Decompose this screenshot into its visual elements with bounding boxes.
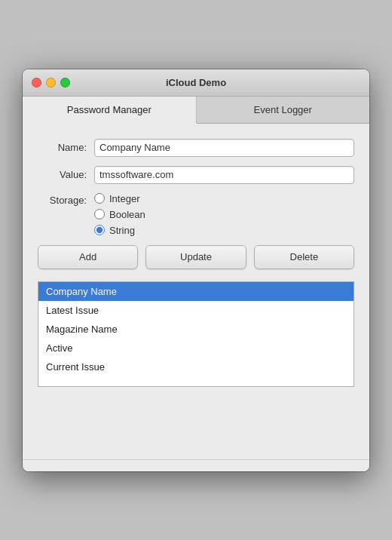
traffic-lights (32, 78, 70, 87)
list-item[interactable]: Latest Issue (38, 301, 354, 320)
main-window: iCloud Demo Password Manager Event Logge… (23, 69, 369, 471)
name-input[interactable] (94, 139, 354, 157)
name-label: Name: (38, 142, 87, 153)
value-row: Value: (38, 166, 354, 184)
radio-input-boolean[interactable] (94, 209, 105, 219)
content-area: Name: Value: Storage: Integer Boolean (23, 124, 369, 399)
name-row: Name: (38, 139, 354, 157)
title-bar: iCloud Demo (23, 69, 369, 97)
tab-bar: Password Manager Event Logger (23, 97, 369, 124)
add-button[interactable]: Add (38, 245, 138, 269)
list-item[interactable]: Current Issue (38, 357, 354, 376)
button-row: Add Update Delete (38, 245, 354, 272)
update-button[interactable]: Update (145, 245, 246, 269)
items-list[interactable]: Company Name Latest Issue Magazine Name … (38, 281, 354, 387)
value-input[interactable] (94, 166, 354, 184)
radio-integer[interactable]: Integer (94, 193, 145, 204)
radio-input-string[interactable] (94, 225, 105, 235)
storage-label: Storage: (38, 193, 87, 206)
radio-input-integer[interactable] (94, 193, 105, 204)
bottom-spacer (23, 399, 369, 459)
window-title: iCloud Demo (166, 77, 226, 88)
delete-button[interactable]: Delete (254, 245, 354, 269)
minimize-button[interactable] (46, 78, 56, 87)
list-item[interactable]: Active (38, 339, 354, 357)
tab-event-logger[interactable]: Event Logger (197, 97, 370, 123)
storage-row: Storage: Integer Boolean String (38, 193, 354, 236)
value-label: Value: (38, 169, 87, 180)
storage-radio-group: Integer Boolean String (94, 193, 145, 236)
window-bottom-bar (23, 459, 369, 471)
tab-password-manager[interactable]: Password Manager (23, 97, 197, 124)
list-item[interactable]: Magazine Name (38, 320, 354, 339)
radio-string[interactable]: String (94, 225, 145, 236)
radio-boolean[interactable]: Boolean (94, 209, 145, 220)
list-item[interactable]: Company Name (38, 282, 354, 301)
maximize-button[interactable] (60, 78, 70, 87)
close-button[interactable] (32, 78, 41, 87)
